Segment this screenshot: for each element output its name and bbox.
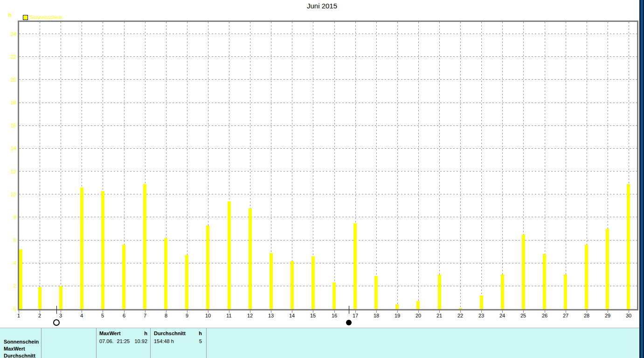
y-tick-label: 16 bbox=[2, 123, 16, 129]
chart-title: Juni 2015 bbox=[0, 2, 644, 10]
y-axis-labels: 024681012141618202224 bbox=[0, 0, 17, 358]
x-tick-label: 24 bbox=[493, 313, 512, 318]
bar-day-11 bbox=[228, 201, 231, 309]
maxwert-label: MaxWert bbox=[99, 330, 121, 338]
bar-day-29 bbox=[606, 229, 609, 309]
status-row-labels: Sonnenschein MaxWert Durchschnitt bbox=[4, 338, 41, 358]
gridline-vertical bbox=[334, 22, 335, 309]
x-tick-label: 6 bbox=[115, 313, 133, 318]
y-tick-label: 12 bbox=[2, 169, 16, 175]
y-tick-label: 6 bbox=[2, 237, 16, 243]
bar-day-28 bbox=[585, 245, 588, 309]
x-tick-label: 18 bbox=[367, 313, 386, 318]
x-tick-label: 30 bbox=[619, 313, 638, 318]
y-tick-label: 2 bbox=[2, 283, 16, 289]
new-moon-icon bbox=[346, 320, 352, 325]
x-tick-label: 5 bbox=[93, 313, 112, 318]
bar-day-12 bbox=[249, 208, 252, 309]
status-row-label-maxwert: MaxWert bbox=[4, 345, 41, 352]
bar-day-25 bbox=[522, 234, 525, 309]
x-tick-label: 16 bbox=[325, 313, 344, 318]
x-tick-label: 8 bbox=[157, 313, 175, 318]
x-tick-label: 20 bbox=[409, 313, 428, 318]
durchschnitt-unit: h bbox=[199, 330, 202, 338]
bar-day-16 bbox=[332, 282, 336, 309]
maxwert-time: 21:25 bbox=[117, 338, 130, 344]
bar-day-26 bbox=[543, 254, 546, 309]
gridline-vertical bbox=[61, 22, 61, 309]
status-maxwert-block: MaxWert h 07.06.21:25 10.92 bbox=[99, 330, 147, 344]
full-moon-icon bbox=[53, 319, 60, 326]
bar-day-6 bbox=[122, 245, 125, 309]
desktop-background-strip bbox=[639, 0, 644, 358]
bar-day-17 bbox=[353, 223, 357, 309]
bar-day-10 bbox=[206, 226, 209, 309]
x-tick-label: 28 bbox=[577, 313, 596, 318]
gridline-vertical bbox=[397, 22, 398, 309]
gridline-vertical bbox=[439, 22, 440, 309]
y-tick-label: 4 bbox=[2, 260, 16, 266]
bar-day-21 bbox=[438, 275, 441, 309]
x-tick-label: 29 bbox=[598, 313, 617, 318]
x-tick-label: 23 bbox=[472, 313, 491, 318]
legend-swatch-sonnenschein bbox=[23, 15, 28, 20]
bar-day-18 bbox=[374, 276, 378, 309]
y-tick-label: 8 bbox=[2, 214, 16, 220]
x-tick-label: 11 bbox=[220, 313, 238, 318]
status-row-label-durchschnitt: Durchschnitt bbox=[4, 352, 41, 358]
durchschnitt-value: 5 bbox=[199, 338, 202, 344]
x-tick-label: 1 bbox=[9, 313, 28, 318]
full-moon-tick bbox=[56, 306, 57, 314]
gridline-vertical bbox=[376, 22, 377, 309]
bar-day-1 bbox=[19, 249, 22, 309]
bar-day-3 bbox=[59, 286, 62, 309]
legend: Sonnenschein bbox=[23, 14, 62, 20]
x-tick-label: 9 bbox=[178, 313, 196, 318]
durchschnitt-total: 154:48 h bbox=[154, 338, 174, 344]
durchschnitt-label: Durchschnitt bbox=[154, 330, 186, 338]
status-durchschnitt-block: Durchschnitt h 154:48 h 5 bbox=[154, 330, 202, 344]
status-row-label-sonnenschein: Sonnenschein bbox=[4, 338, 41, 345]
bar-day-19 bbox=[395, 304, 399, 309]
maxwert-unit: h bbox=[144, 330, 147, 338]
bar-day-5 bbox=[101, 191, 104, 309]
maxwert-date: 07.06. bbox=[99, 338, 114, 344]
bar-day-9 bbox=[185, 255, 188, 309]
bar-day-2 bbox=[38, 287, 42, 309]
y-tick-label: 14 bbox=[2, 145, 16, 151]
x-tick-label: 22 bbox=[451, 313, 470, 318]
x-tick-label: 21 bbox=[430, 313, 449, 318]
y-tick-label: 22 bbox=[2, 54, 16, 60]
x-tick-label: 27 bbox=[556, 313, 575, 318]
maxwert-value: 10.92 bbox=[134, 338, 147, 344]
x-tick-label: 10 bbox=[199, 313, 217, 318]
x-tick-label: 19 bbox=[388, 313, 407, 318]
gridline-vertical bbox=[40, 22, 40, 309]
gridline-vertical bbox=[460, 22, 461, 309]
bar-day-13 bbox=[270, 253, 273, 309]
status-separator bbox=[96, 328, 97, 358]
bar-day-20 bbox=[416, 301, 420, 309]
bar-day-14 bbox=[291, 261, 294, 309]
y-tick-label: 24 bbox=[2, 31, 16, 37]
x-tick-label: 15 bbox=[304, 313, 322, 318]
plot-canvas bbox=[19, 22, 637, 309]
y-tick-label: 18 bbox=[2, 100, 16, 106]
bar-day-23 bbox=[480, 296, 483, 309]
x-tick-label: 14 bbox=[283, 313, 301, 318]
y-tick-label: 10 bbox=[2, 192, 16, 198]
x-axis: 1234567891011121314151617181920212223242… bbox=[19, 309, 637, 330]
gridline-vertical bbox=[481, 22, 482, 309]
gridline-vertical bbox=[418, 22, 419, 309]
bar-day-24 bbox=[501, 275, 504, 309]
chart-plot-area bbox=[18, 21, 638, 310]
status-separator bbox=[150, 328, 151, 358]
new-moon-tick bbox=[349, 306, 349, 314]
x-tick-label: 7 bbox=[136, 313, 154, 318]
x-tick-label: 3 bbox=[51, 313, 70, 318]
bar-day-8 bbox=[164, 238, 167, 309]
bar-day-27 bbox=[564, 275, 567, 309]
x-tick-label: 26 bbox=[535, 313, 554, 318]
x-tick-label: 4 bbox=[72, 313, 91, 318]
bar-day-7 bbox=[143, 184, 146, 309]
